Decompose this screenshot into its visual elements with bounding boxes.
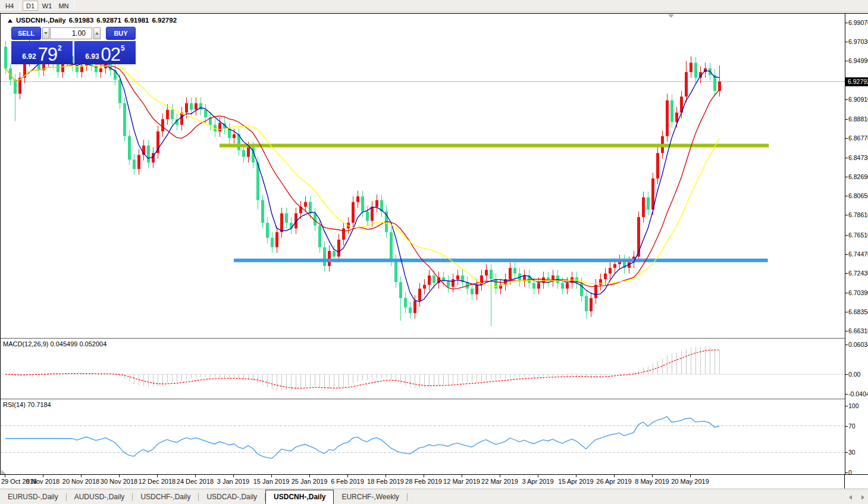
tab-usdchf-daily[interactable]: USDCHF-,Daily xyxy=(133,491,198,504)
date-label: 24 Dec 2018 xyxy=(176,478,214,485)
macd-panel-canvas[interactable] xyxy=(1,339,845,399)
date-label: 6 Feb 2019 xyxy=(328,478,366,485)
price-axis-label: 6.78610 xyxy=(848,211,868,218)
date-tick xyxy=(195,475,196,477)
date-label: 30 Nov 2018 xyxy=(100,478,138,485)
low-value: 6.91981 xyxy=(124,17,149,24)
rsi-indicator-label: RSI(14) 70.7184 xyxy=(3,401,51,408)
price-axis-label: 6.68350 xyxy=(848,308,868,315)
price-axis-label: 6.94990 xyxy=(848,57,868,64)
buy-price-big: 02 xyxy=(101,45,120,64)
chart-shift-icon[interactable] xyxy=(668,14,674,18)
date-tick xyxy=(347,475,348,477)
axis-tick xyxy=(845,119,848,120)
date-tick xyxy=(271,475,272,477)
axis-tick xyxy=(845,99,848,100)
sell-price-base: 6.92 xyxy=(22,52,36,61)
axis-tick xyxy=(845,235,848,236)
axis-tick xyxy=(845,426,848,427)
axis-tick xyxy=(845,394,848,395)
date-axis[interactable]: 29 Oct 20188 Nov 201820 Nov 201830 Nov 2… xyxy=(0,474,868,489)
date-label: 18 Feb 2019 xyxy=(366,478,405,485)
sell-button[interactable]: SELL xyxy=(11,27,41,40)
scroll-left-icon[interactable] xyxy=(849,495,852,500)
date-tick xyxy=(500,475,500,477)
buy-button[interactable]: BUY xyxy=(106,27,136,40)
tab-usdcnh-daily[interactable]: USDCNH-,Daily xyxy=(265,490,334,504)
date-tick xyxy=(614,475,615,477)
toolbar-separator xyxy=(20,1,20,11)
date-label: 12 Mar 2019 xyxy=(443,478,481,485)
timeframe-button-mn[interactable]: MN xyxy=(56,1,71,11)
timeframe-button-d1[interactable]: D1 xyxy=(23,1,38,11)
price-axis-label: 6.82690 xyxy=(848,173,868,180)
chevron-down-icon xyxy=(44,32,48,35)
toolbar-separator xyxy=(74,1,74,11)
axis-tick xyxy=(845,472,848,473)
axis-tick xyxy=(845,158,848,158)
price-axis-label: 6.86770 xyxy=(848,134,868,142)
close-value: 6.92792 xyxy=(152,17,177,24)
high-value: 6.92871 xyxy=(96,17,121,24)
tab-audusd-daily[interactable]: AUDUSD-,Daily xyxy=(67,491,133,504)
date-label: 8 May 2019 xyxy=(633,478,671,485)
price-axis-label: 6.80650 xyxy=(848,192,868,199)
date-tick xyxy=(424,475,424,477)
rsi-axis-label: 30 xyxy=(848,449,856,456)
tab-separator xyxy=(407,493,408,501)
price-axis-label: 6.84730 xyxy=(848,154,868,161)
timeframe-button-h4[interactable]: H4 xyxy=(2,1,17,11)
date-label: 25 Jan 2019 xyxy=(290,478,328,485)
date-tick xyxy=(233,475,234,477)
volume-increase-button[interactable] xyxy=(93,27,101,39)
date-label: 3 Apr 2019 xyxy=(519,478,557,485)
macd-indicator-label: MACD(12,26,9) 0.045499 0.052004 xyxy=(3,340,106,348)
date-label: 12 Dec 2018 xyxy=(138,478,176,485)
macd-axis-label: 0.060342 xyxy=(848,341,868,348)
sell-price-sup: 2 xyxy=(58,44,62,52)
date-label: 26 Apr 2019 xyxy=(595,478,633,485)
tab-usdcad-daily[interactable]: USDCAD-,Daily xyxy=(199,491,265,504)
buy-price-sup: 5 xyxy=(121,44,125,52)
axis-tick xyxy=(845,312,848,312)
price-axis-label: 6.66310 xyxy=(848,327,868,334)
axis-tick xyxy=(845,61,848,61)
date-label: 15 Jan 2019 xyxy=(252,478,290,485)
history-corner-icon xyxy=(1,469,6,474)
sell-price-box[interactable]: 6.92 79 2 xyxy=(11,41,73,64)
axis-tick xyxy=(845,293,848,293)
date-tick xyxy=(81,475,82,477)
collapse-arrow-icon[interactable] xyxy=(8,19,12,23)
price-axis[interactable]: 6.92792 6.990706.970306.949906.909106.88… xyxy=(845,14,868,475)
rsi-panel-canvas[interactable] xyxy=(1,399,845,475)
price-axis-label: 6.72430 xyxy=(848,270,868,277)
symbol-title: USDCNH-,Daily xyxy=(16,17,66,24)
price-axis-label: 6.90910 xyxy=(848,96,868,103)
volume-decrease-button[interactable] xyxy=(42,27,49,39)
open-value: 6.91983 xyxy=(69,17,94,24)
axis-tick xyxy=(845,374,848,375)
date-tick xyxy=(43,475,43,477)
rsi-axis-label: 100 xyxy=(848,402,859,409)
macd-axis-label: 0.00 xyxy=(848,371,860,378)
buy-price-box[interactable]: 6.93 02 5 xyxy=(74,41,136,64)
tab-eurusd-daily[interactable]: EURUSD-,Daily xyxy=(0,491,66,504)
date-tick xyxy=(119,475,120,477)
sell-price-big: 79 xyxy=(38,45,57,64)
date-tick xyxy=(576,475,576,477)
scroll-right-icon[interactable] xyxy=(861,495,864,500)
date-tick xyxy=(462,475,462,477)
chart-tab-bar: EURUSD-,DailyAUDUSD-,DailyUSDCHF-,DailyU… xyxy=(0,490,868,504)
date-tick xyxy=(157,475,158,477)
timeframe-button-w1[interactable]: W1 xyxy=(39,1,55,11)
date-label: 15 Apr 2019 xyxy=(557,478,595,485)
tab-eurchf-weekly[interactable]: EURCHF-,Weekly xyxy=(334,491,406,504)
volume-input[interactable] xyxy=(50,27,92,39)
date-label: 20 May 2019 xyxy=(671,478,709,485)
price-axis-label: 6.76510 xyxy=(848,231,868,239)
price-axis-label: 6.88810 xyxy=(848,115,868,123)
price-axis-label: 6.99070 xyxy=(848,19,868,26)
axis-tick xyxy=(845,331,848,331)
axis-tick xyxy=(845,273,848,274)
tab-scroll-controls xyxy=(849,495,864,500)
